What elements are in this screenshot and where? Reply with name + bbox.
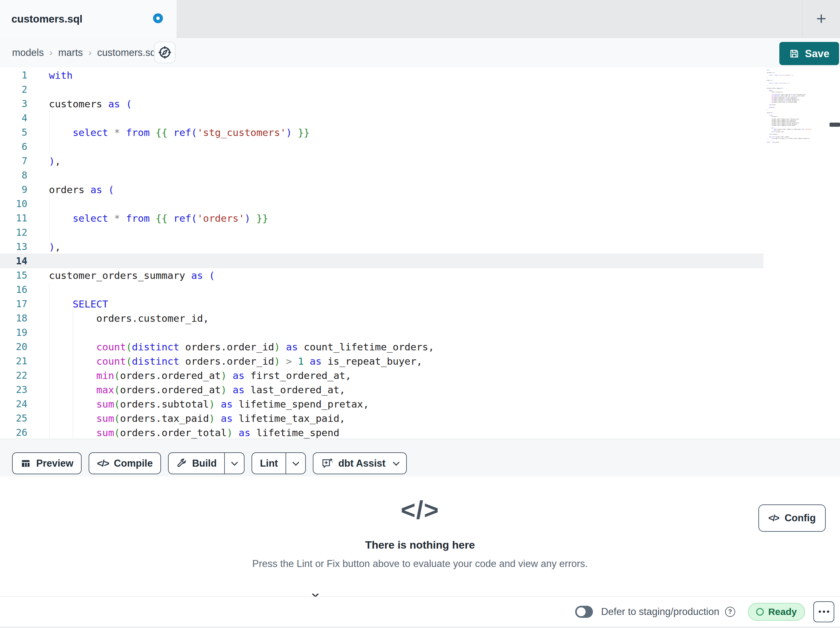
code-text: sum(orders.subtotal) as lifetime_spend_p… [27, 398, 369, 410]
file-tab-customers-sql[interactable]: customers.sql [0, 0, 177, 38]
code-line[interactable]: 18 orders.customer_id, [0, 311, 763, 325]
new-tab-button[interactable]: + [802, 0, 840, 38]
status-bar: Defer to staging/production ? Ready [0, 596, 840, 626]
code-line[interactable]: 13), [0, 239, 763, 254]
code-icon: </> [0, 495, 840, 525]
preview-button-label: Preview [36, 458, 73, 469]
compass-icon [158, 46, 172, 59]
breadcrumb[interactable]: models › marts › customers.sql [12, 38, 158, 67]
code-line[interactable]: 9orders as ( [0, 182, 763, 197]
build-button-label: Build [192, 458, 217, 469]
defer-toggle[interactable] [575, 606, 593, 618]
code-line[interactable]: 10 [0, 197, 763, 211]
dbt-ide-window: customers.sql + models › marts › custome… [0, 0, 840, 628]
line-number: 21 [0, 356, 27, 367]
line-number: 11 [0, 212, 27, 224]
code-text: customer_orders_summary as ( [27, 270, 215, 281]
code-line[interactable]: 16 [0, 282, 763, 297]
empty-state-subtitle: Press the Lint or Fix button above to ev… [0, 558, 840, 569]
code-line[interactable]: 25 sum(orders.tax_paid) as lifetime_tax_… [0, 411, 763, 426]
dbt-assist-button[interactable]: dbt Assist [313, 452, 407, 474]
code-line[interactable]: 14 [0, 254, 763, 268]
code-line[interactable]: 26 sum(orders.order_total) as lifetime_s… [0, 426, 763, 439]
code-quality-panel: </> There is nothing here Press the Lint… [0, 476, 840, 596]
lint-button-label: Lint [260, 458, 278, 469]
line-number: 10 [0, 198, 27, 209]
build-split-button: Build [168, 452, 245, 474]
table-icon [21, 458, 31, 469]
line-number: 7 [0, 155, 27, 166]
breadcrumb-item-marts[interactable]: marts [58, 47, 83, 59]
help-icon[interactable]: ? [725, 607, 735, 617]
config-button[interactable]: </> Config [758, 505, 826, 532]
line-number: 16 [0, 284, 27, 295]
line-number: 6 [0, 141, 27, 152]
line-number: 4 [0, 112, 27, 123]
code-text: sum(orders.tax_paid) as lifetime_tax_pai… [27, 413, 345, 424]
code-line[interactable]: 24 sum(orders.subtotal) as lifetime_spen… [0, 397, 763, 411]
ready-circle-icon [756, 608, 764, 615]
line-number: 9 [0, 184, 27, 195]
more-options-button[interactable] [813, 601, 834, 622]
chevron-down-icon [292, 459, 299, 466]
action-strip: Preview </> Compile Build [0, 439, 840, 476]
code-line[interactable]: 1with [0, 68, 763, 82]
lint-button[interactable]: Lint [252, 453, 286, 474]
status-badge-ready[interactable]: Ready [748, 603, 805, 621]
code-line[interactable]: 6 [0, 139, 763, 154]
code-line[interactable]: 4 [0, 111, 763, 125]
code-line[interactable]: 17 SELECT [0, 297, 763, 311]
line-number: 26 [0, 427, 27, 438]
code-line[interactable]: 15customer_orders_summary as ( [0, 268, 763, 282]
code-text: select * from {{ ref('stg_customers') }} [27, 127, 309, 138]
line-number: 17 [0, 298, 27, 309]
code-line[interactable]: 2 [0, 82, 763, 96]
chevron-right-icon: › [88, 47, 92, 58]
empty-state-title: There is nothing here [0, 539, 840, 551]
line-number: 24 [0, 398, 27, 410]
save-button-label: Save [805, 47, 829, 60]
line-number: 3 [0, 98, 27, 109]
config-button-label: Config [785, 513, 816, 524]
code-line[interactable]: 12 [0, 225, 763, 239]
chevron-down-icon [393, 459, 399, 466]
breadcrumb-item-models[interactable]: models [12, 47, 44, 59]
ready-label: Ready [768, 606, 797, 617]
minimap-content: with customers as ( select * from {{ ref… [767, 70, 818, 143]
save-button[interactable]: Save [779, 42, 839, 65]
code-line[interactable]: 5 select * from {{ ref('stg_customers') … [0, 125, 763, 139]
line-number: 20 [0, 341, 27, 352]
preview-button[interactable]: Preview [12, 452, 82, 474]
line-number: 23 [0, 384, 27, 395]
line-number: 13 [0, 241, 27, 252]
code-line[interactable]: 8 [0, 168, 763, 182]
code-line[interactable]: 22 min(orders.ordered_at) as first_order… [0, 368, 763, 383]
code-editor[interactable]: 1with23customers as (45 select * from {{… [0, 67, 840, 439]
code-line[interactable]: 7), [0, 154, 763, 168]
minimap[interactable]: with customers as ( select * from {{ ref… [767, 70, 818, 146]
code-text: with [27, 70, 73, 81]
breadcrumb-item-file[interactable]: customers.sql [97, 47, 158, 59]
code-line[interactable]: 21 count(distinct orders.order_id) > 1 a… [0, 354, 763, 368]
compile-button[interactable]: </> Compile [88, 452, 161, 474]
ellipsis-icon [819, 611, 821, 613]
line-number: 5 [0, 127, 27, 138]
scrollbar-marker[interactable] [829, 123, 840, 127]
code-text: orders as ( [27, 184, 114, 195]
code-line[interactable]: 3customers as ( [0, 96, 763, 111]
build-button[interactable]: Build [169, 453, 224, 474]
dbt-assist-button-label: dbt Assist [338, 458, 385, 469]
breadcrumb-bar: models › marts › customers.sql [0, 38, 840, 67]
code-text: SELECT [27, 298, 108, 310]
line-number: 19 [0, 327, 27, 338]
build-dropdown-button[interactable] [224, 453, 244, 474]
code-line[interactable]: 11 select * from {{ ref('orders') }} [0, 211, 763, 225]
file-navigate-button[interactable] [154, 42, 175, 63]
editor-action-buttons: Preview </> Compile Build [12, 452, 407, 474]
lint-dropdown-button[interactable] [286, 453, 305, 474]
code-line[interactable]: 23 max(orders.ordered_at) as last_ordere… [0, 383, 763, 397]
code-line[interactable]: 20 count(distinct orders.order_id) as co… [0, 340, 763, 354]
code-text: max(orders.ordered_at) as last_ordered_a… [27, 384, 345, 395]
toggle-knob [577, 607, 586, 616]
code-line[interactable]: 19 [0, 325, 763, 340]
